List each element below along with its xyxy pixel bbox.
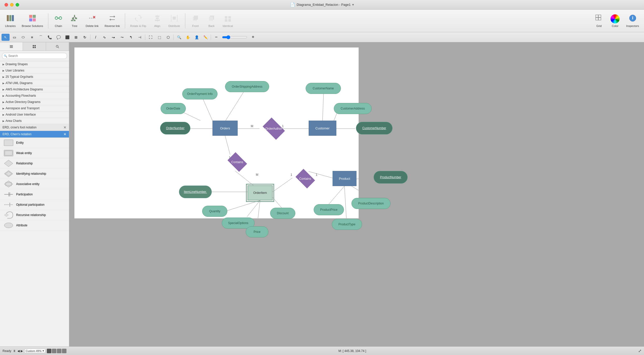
align2-tool[interactable]: ⊞ [72,34,80,41]
attr-price[interactable]: Price [246,226,268,237]
attr-discount[interactable]: Discount [270,208,295,219]
entity-orderitem[interactable]: OrderItem [247,185,273,200]
curve-tool[interactable]: ∿ [100,34,109,41]
diagram-canvas[interactable]: M 1 1 M 1 1 Orders Customer Product Orde… [74,47,359,219]
rotate-flip-button[interactable]: Rotate & Flip [128,13,149,29]
sidebar-item-aws[interactable]: ▶ AWS Architecture Diagrams [0,86,69,93]
pen-tool[interactable]: ✏️ [201,34,209,41]
entity-customer[interactable]: Customer [309,121,336,136]
maximize-button[interactable] [16,3,19,7]
sidebar-item-accounting[interactable]: ▶ Accounting Flowcharts [0,93,69,99]
inspectors-button[interactable]: i Inspectors [624,13,641,29]
delete-link-button[interactable]: Delete link [83,13,101,29]
shape-participation[interactable]: Participation [0,189,69,200]
select-tool[interactable]: ↖ [2,34,10,41]
attr-orderdate[interactable]: OrderDate [161,103,186,114]
sidebar-item-android[interactable]: ▶ Android User Interface [0,112,69,118]
conn2-tool[interactable]: ↰ [127,34,135,41]
note-tool[interactable]: ⌒ [37,34,45,41]
attr-quantity[interactable]: Quantity [202,206,227,217]
attr-customeraddress[interactable]: CustomerAddress [334,103,372,114]
zoom-in-btn[interactable]: + [249,34,257,41]
lib-crowsfoot-close[interactable]: ✕ [63,125,66,129]
color-button[interactable]: Color [607,13,623,29]
rotate-tool[interactable]: ↻ [81,34,89,41]
close-button[interactable] [5,3,8,7]
attr-productdescription[interactable]: ProductDescription [351,198,390,209]
conn1-tool[interactable]: ⤳ [118,34,126,41]
sidebar-tab-list[interactable] [0,42,23,51]
attr-itemlinenumber[interactable]: ItemLineNumber. [179,186,212,198]
attr-ordershippingaddress[interactable]: OrderShippingAddress [225,81,269,92]
lib-crowsfoot-header[interactable]: ERD, crow's foot notation ✕ [0,124,69,131]
chain-button[interactable]: Chain [51,13,66,29]
sidebar-tab-search[interactable] [46,42,69,51]
rel-orderauthor[interactable]: OrderAuthor [263,118,285,140]
attr-producttype[interactable]: ProductType [332,219,362,230]
view-btn-3[interactable] [57,349,61,353]
zoom-select[interactable]: Custom 49% ▾ [24,349,45,353]
rect-tool[interactable]: ▭ [10,34,18,41]
shape-optional-participation[interactable]: Optional participation [0,200,69,210]
lib-chens-header[interactable]: ERD, Chen's notation ✕ [0,131,69,138]
sidebar-item-user-libraries[interactable]: ▶ User Libraries [0,67,69,74]
attr-ordernumber[interactable]: OrderNumber [160,122,190,134]
sidebar-tab-grid[interactable] [23,42,46,51]
region-tool[interactable]: ⬚ [155,34,163,41]
text-tool[interactable]: ≡ [28,34,36,41]
arrow-tool[interactable]: ↝ [109,34,117,41]
attr-customername[interactable]: CustomerName [306,83,341,94]
sidebar-item-drawing-shapes[interactable]: ▶ Drawing Shapes [0,61,69,67]
sidebar-item-area-charts[interactable]: ▶ Area Charts [0,118,69,124]
search-input[interactable] [2,53,67,59]
shape-relationship[interactable]: Relationship [0,158,69,169]
zoom-slider[interactable] [222,35,247,39]
sidebar-item-atm-uml[interactable]: ▶ ATM UML Diagrams [0,80,69,86]
line-tool[interactable]: / [92,34,100,41]
back-button[interactable]: Back [204,13,219,29]
entity-orders[interactable]: Orders [212,121,238,136]
reverse-link-button[interactable]: Reverse link [102,13,123,29]
sidebar-item-active-directory[interactable]: ▶ Active Directory Diagrams [0,99,69,105]
identical-button[interactable]: Identical [220,13,235,29]
lasso-tool[interactable]: ⬡ [164,34,172,41]
user-tool[interactable]: 👤 [193,34,201,41]
distribute-button[interactable]: Distribute [166,13,183,29]
rel-contains1[interactable]: Contains [228,152,247,172]
shape-identifying-relationship[interactable]: Identifying relationship [0,169,69,179]
view-btn-1[interactable] [47,349,51,353]
pause-btn[interactable]: ⏸ [13,349,16,353]
prev-page-btn[interactable]: ◀ [17,349,20,353]
shape-weak-entity[interactable]: Weak entity [0,148,69,158]
grid-button[interactable]: Grid [591,13,606,29]
shape-entity[interactable]: Entity [0,138,69,148]
sidebar-item-orgcharts[interactable]: ▶ 25 Typical Orgcharts [0,74,69,80]
callout-tool[interactable]: 💬 [54,34,62,41]
entity-product[interactable]: Product [333,171,356,186]
attr-productnumber[interactable]: ProductNumber [374,171,408,184]
attr-orderpaymentinfo[interactable]: OrderPayment Info [182,88,218,99]
sidebar-item-aerospace[interactable]: ▶ Aerospace and Transport [0,105,69,112]
process-tool[interactable]: ⬛ [63,34,71,41]
minimize-button[interactable] [10,3,14,7]
shape-attribute[interactable]: Attribute [0,220,69,231]
conn3-tool[interactable]: ⊣ [136,34,144,41]
shape-recursive-relationship[interactable]: Recursive relationship [0,210,69,220]
next-page-btn[interactable]: ▶ [21,349,23,353]
resize-icon[interactable]: ⤢ [638,348,641,353]
attr-productprice[interactable]: ProductPrice [314,204,344,215]
attr-customernumber[interactable]: CustomerNumber [356,122,392,134]
tree-button[interactable]: Tree [67,13,82,29]
ellipse-tool[interactable]: ⬭ [19,34,27,41]
zoom-out-btn[interactable]: − [212,34,220,41]
libraries-button[interactable]: Libraries [3,13,18,29]
lib-chens-close[interactable]: ✕ [63,132,66,136]
phone-tool[interactable]: 📞 [46,34,54,41]
front-button[interactable]: Front [188,13,203,29]
crop-tool[interactable]: ⛶ [147,34,155,41]
view-btn-2[interactable] [52,349,56,353]
align-button[interactable]: Align [150,13,165,29]
shape-associative-entity[interactable]: Associative entity [0,179,69,189]
view-btn-4[interactable] [62,349,66,353]
pan-tool[interactable]: ✋ [184,34,192,41]
